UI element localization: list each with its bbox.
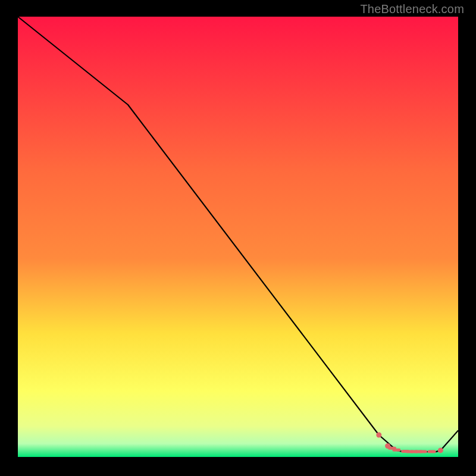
svg-point-12	[438, 447, 443, 453]
watermark-text: TheBottleneck.com	[360, 2, 464, 16]
chart-svg	[0, 0, 476, 476]
chart-stage: TheBottleneck.com	[0, 0, 476, 476]
svg-point-2	[376, 433, 381, 438]
svg-rect-1	[18, 17, 458, 457]
svg-rect-11	[428, 450, 436, 453]
svg-rect-5	[392, 449, 400, 452]
svg-rect-10	[419, 450, 427, 453]
